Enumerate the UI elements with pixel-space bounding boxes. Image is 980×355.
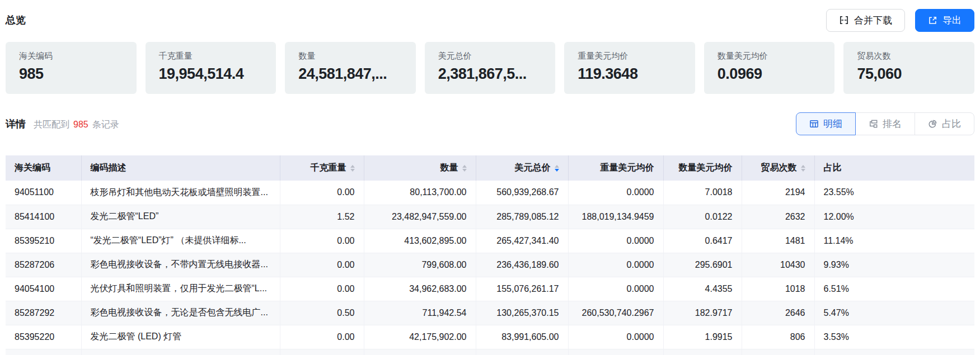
stat-card: 美元总价2,381,867,5... (425, 42, 556, 94)
cell-trade-count: 2646 (742, 301, 814, 325)
column-label: 数量 (440, 162, 458, 174)
cell-empty (364, 349, 476, 355)
stat-card: 数量美元均价0.0969 (704, 42, 835, 94)
cell-kg-weight: 0.00 (280, 181, 364, 205)
export-label: 导出 (943, 14, 962, 27)
column-label: 数量美元均价 (679, 162, 733, 174)
tab-label: 排名 (883, 117, 902, 130)
merge-download-label: 合并下载 (854, 14, 892, 27)
cell-empty (814, 349, 974, 355)
column-header-usd-per-kg: 重量美元均价 (568, 155, 663, 181)
cell-empty (81, 349, 280, 355)
table-row: 94051100枝形吊灯和其他电动天花板或墙壁照明装置...0.0080,113… (6, 181, 974, 205)
cell-quantity: 80,113,700.00 (364, 181, 476, 205)
cell-usd-per-kg: 0.0000 (568, 277, 663, 301)
column-label: 美元总价 (515, 162, 551, 174)
matched-suffix: 条记录 (92, 120, 119, 129)
cell-trade-count: 10430 (742, 253, 814, 277)
cell-share: 5.47% (814, 301, 974, 325)
cell-usd-per-qty: 7.0018 (663, 181, 742, 205)
cell-usd-per-kg: 0.0000 (568, 253, 663, 277)
table-row: 85287292彩色电视接收设备，无论是否包含无线电广...0.50711,94… (6, 301, 974, 325)
stat-value: 19,954,514.4 (159, 65, 263, 83)
cell-kg-weight: 0.00 (280, 253, 364, 277)
cell-trade-count: 2194 (742, 181, 814, 205)
tab-ranking[interactable]: 排名 (855, 112, 915, 135)
tab-proportion[interactable]: 占比 (915, 112, 974, 135)
cell-description: 光伏灯具和照明装置，仅用于发光二极管“L... (81, 277, 280, 301)
cell-quantity: 711,942.54 (364, 301, 476, 325)
cell-usd-per-qty: 182.9717 (663, 301, 742, 325)
stat-value: 119.3648 (578, 65, 682, 83)
cell-kg-weight: 0.00 (280, 229, 364, 253)
table-row: 85395210“发光二极管“LED”灯” （未提供详细标...0.00413,… (6, 229, 974, 253)
cell-usd-total: 285,789,085.12 (476, 205, 568, 229)
cell-share: 6.51% (814, 277, 974, 301)
cell-usd-total: 236,436,189.60 (476, 253, 568, 277)
column-header-trade-count[interactable]: 贸易次数 (742, 155, 814, 181)
cell-share: 12.00% (814, 205, 974, 229)
column-label: 占比 (824, 162, 842, 174)
cell-description: 发光二极管 (LED) 灯管 (81, 325, 280, 349)
column-label: 编码描述 (91, 162, 126, 174)
cell-hs-code: 85395220 (6, 325, 81, 349)
tab-label: 占比 (942, 117, 961, 130)
cell-usd-total: 130,265,370.15 (476, 301, 568, 325)
cell-usd-per-qty: 295.6901 (663, 253, 742, 277)
cell-usd-per-kg: 0.0000 (568, 181, 663, 205)
cell-description: 彩色电视接收设备，不带内置无线电接收器... (81, 253, 280, 277)
matched-count: 985 (73, 120, 88, 129)
details-section-header: 详情 共匹配到985条记录 明细排名占比 (6, 112, 974, 135)
cell-empty (663, 349, 742, 355)
export-button[interactable]: 导出 (915, 9, 974, 32)
cell-share: 11.14% (814, 229, 974, 253)
cell-trade-count: 1018 (742, 277, 814, 301)
stat-value: 0.0969 (718, 65, 822, 83)
cell-usd-total: 155,076,261.17 (476, 277, 568, 301)
stat-label: 海关编码 (19, 51, 123, 61)
cell-description: “发光二极管“LED”灯” （未提供详细标... (81, 229, 280, 253)
tab-label: 明细 (823, 117, 842, 130)
column-header-hs-code: 海关编码 (6, 155, 81, 181)
stat-label: 千克重量 (159, 51, 263, 61)
cell-description: 枝形吊灯和其他电动天花板或墙壁照明装置... (81, 181, 280, 205)
cell-empty (280, 349, 364, 355)
topbar: 总览 合并下载 (6, 8, 974, 32)
column-header-usd-total[interactable]: 美元总价 (476, 155, 568, 181)
merge-cells-icon (839, 15, 849, 25)
stat-label: 美元总价 (438, 51, 542, 61)
stat-card: 千克重量19,954,514.4 (146, 42, 276, 94)
cell-trade-count: 2632 (742, 205, 814, 229)
column-header-description: 编码描述 (81, 155, 280, 181)
stat-label: 贸易次数 (857, 51, 961, 61)
column-label: 海关编码 (15, 162, 50, 174)
cell-share: 9.93% (814, 253, 974, 277)
merge-download-button[interactable]: 合并下载 (826, 9, 905, 32)
cell-empty (742, 349, 814, 355)
cell-kg-weight: 0.50 (280, 301, 364, 325)
cell-description: 发光二极管“LED” (81, 205, 280, 229)
matched-prefix: 共匹配到 (34, 120, 69, 129)
column-label: 千克重量 (311, 162, 346, 174)
cell-usd-per-qty: 0.6417 (663, 229, 742, 253)
cell-share: 3.53% (814, 325, 974, 349)
column-header-usd-per-qty: 数量美元均价 (663, 155, 742, 181)
stat-value: 24,581,847,... (298, 65, 402, 83)
cell-quantity: 23,482,947,559.00 (364, 205, 476, 229)
cell-kg-weight: 1.52 (280, 205, 364, 229)
stat-value: 2,381,867,5... (438, 65, 542, 83)
table-header-row: 海关编码编码描述千克重量数量美元总价重量美元均价数量美元均价贸易次数占比 (6, 155, 974, 181)
column-header-quantity[interactable]: 数量 (364, 155, 476, 181)
cell-usd-per-kg: 0.0000 (568, 325, 663, 349)
details-table: 海关编码编码描述千克重量数量美元总价重量美元均价数量美元均价贸易次数占比 940… (6, 155, 974, 355)
sort-carets-icon (801, 165, 805, 172)
view-tabs: 明细排名占比 (796, 112, 974, 135)
column-header-kg-weight[interactable]: 千克重量 (280, 155, 364, 181)
table-row: 94054100光伏灯具和照明装置，仅用于发光二极管“L...0.0034,96… (6, 277, 974, 301)
tab-detail[interactable]: 明细 (796, 112, 856, 135)
export-icon (928, 16, 937, 25)
cell-usd-per-qty: 1.9915 (663, 325, 742, 349)
cell-trade-count: 806 (742, 325, 814, 349)
cell-usd-per-kg: 260,530,740.2967 (568, 301, 663, 325)
table-row: 85395220发光二极管 (LED) 灯管0.0042,175,902.008… (6, 325, 974, 349)
